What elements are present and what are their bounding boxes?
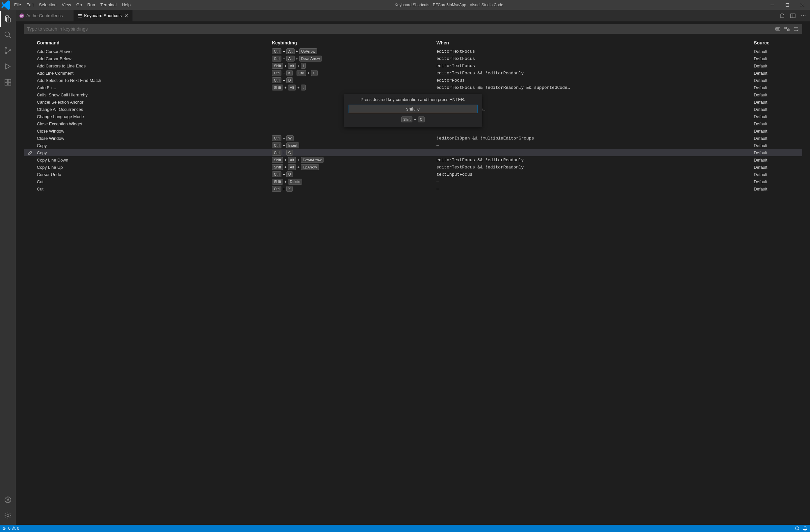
key: U bbox=[286, 171, 293, 177]
key: Ctrl bbox=[272, 143, 281, 148]
source-cell: Default bbox=[754, 165, 801, 170]
activity-bar bbox=[0, 10, 16, 525]
activity-extensions[interactable] bbox=[0, 74, 16, 90]
svg-text:C#: C# bbox=[20, 15, 24, 17]
table-header: Command Keybinding When Source bbox=[24, 38, 802, 48]
table-row[interactable]: Copy Line DownShift+Alt+DownArroweditorT… bbox=[24, 156, 802, 164]
tab-keyboard-shortcuts[interactable]: Keyboard Shortcuts bbox=[74, 10, 133, 21]
source-cell: Default bbox=[754, 85, 801, 90]
svg-rect-0 bbox=[786, 4, 789, 6]
menu-view[interactable]: View bbox=[59, 0, 74, 10]
key: UpArrow bbox=[299, 48, 317, 54]
menu-help[interactable]: Help bbox=[119, 0, 133, 10]
list-icon bbox=[77, 13, 82, 18]
menu-go[interactable]: Go bbox=[74, 0, 85, 10]
table-row[interactable]: Close WindowCtrl+W!editorIsOpen && !mult… bbox=[24, 135, 802, 142]
key: Shift bbox=[401, 116, 412, 122]
command-cell: Close Window bbox=[37, 136, 272, 141]
menu-file[interactable]: File bbox=[12, 0, 24, 10]
more-actions-icon[interactable] bbox=[800, 13, 807, 19]
command-cell: Cancel Selection Anchor bbox=[37, 100, 272, 105]
menu-edit[interactable]: Edit bbox=[24, 0, 36, 10]
table-row[interactable]: CutShift+Delete—Default bbox=[24, 178, 802, 185]
column-keybinding[interactable]: Keybinding bbox=[272, 40, 436, 45]
keybinding-cell: Ctrl+C bbox=[272, 150, 436, 155]
when-cell: editorTextFocus && !editorReadonly bbox=[436, 157, 754, 163]
close-tab-icon[interactable] bbox=[124, 13, 129, 18]
activity-explorer[interactable] bbox=[0, 11, 16, 27]
table-row[interactable]: Add Cursor AboveCtrl+Alt+UpArroweditorTe… bbox=[24, 48, 802, 55]
svg-rect-18 bbox=[775, 28, 780, 30]
svg-point-16 bbox=[803, 15, 804, 16]
keybinding-cell: Shift+Alt+UpArrow bbox=[272, 164, 436, 170]
keybinding-input[interactable] bbox=[349, 105, 477, 113]
open-keybindings-json-icon[interactable] bbox=[779, 13, 785, 19]
clear-search-icon[interactable] bbox=[793, 26, 799, 32]
key: DownArrow bbox=[299, 55, 322, 62]
key: Alt bbox=[286, 55, 295, 62]
status-problems[interactable]: 0 0 bbox=[3, 526, 19, 531]
table-row[interactable]: Close WindowDefault bbox=[24, 127, 802, 135]
split-editor-icon[interactable] bbox=[790, 13, 796, 19]
table-row[interactable]: Cursor UndoCtrl+UtextInputFocusDefault bbox=[24, 171, 802, 178]
command-cell: Cut bbox=[37, 179, 272, 184]
status-notifications-icon[interactable] bbox=[803, 526, 807, 531]
table-row[interactable]: CutCtrl+X—Default bbox=[24, 185, 802, 193]
activity-run-debug[interactable] bbox=[0, 59, 16, 74]
key: Ctrl bbox=[272, 171, 281, 177]
status-warnings-count: 0 bbox=[17, 526, 19, 531]
sort-precedence-icon[interactable] bbox=[784, 26, 790, 32]
when-cell: editorTextFocus && !editorReadonly bbox=[436, 165, 754, 170]
edit-icon[interactable] bbox=[24, 150, 37, 155]
activity-accounts[interactable] bbox=[0, 492, 16, 508]
statusbar: 0 0 bbox=[0, 525, 810, 532]
when-cell: s && !editorReadon… bbox=[436, 107, 754, 112]
activity-source-control[interactable] bbox=[0, 43, 16, 59]
activity-search[interactable] bbox=[0, 27, 16, 43]
command-cell: Auto Fix... bbox=[37, 85, 272, 90]
table-row[interactable]: CopyCtrl+C—Default bbox=[24, 149, 802, 156]
command-cell: Close Window bbox=[37, 129, 272, 134]
svg-rect-20 bbox=[787, 29, 789, 31]
table-row[interactable]: Add Cursors to Line EndsShift+Alt+Iedito… bbox=[24, 62, 802, 69]
column-command[interactable]: Command bbox=[37, 40, 272, 45]
menu-run[interactable]: Run bbox=[85, 0, 98, 10]
table-row[interactable]: Copy Line UpShift+Alt+UpArroweditorTextF… bbox=[24, 164, 802, 171]
activity-manage[interactable] bbox=[0, 508, 16, 523]
column-source[interactable]: Source bbox=[754, 40, 801, 45]
key: Shift bbox=[272, 164, 283, 170]
command-cell: Close Exception Widget bbox=[37, 121, 272, 126]
status-feedback-icon[interactable] bbox=[795, 526, 799, 531]
minimize-button[interactable] bbox=[765, 0, 780, 10]
when-cell: — bbox=[436, 143, 754, 148]
column-when[interactable]: When bbox=[436, 40, 754, 45]
source-cell: Default bbox=[754, 143, 801, 148]
table-row[interactable]: Auto Fix...Shift+Alt+.editorTextFocus &&… bbox=[24, 84, 802, 91]
titlebar: FileEditSelectionViewGoRunTerminalHelp K… bbox=[0, 0, 810, 10]
keybinding-cell: Ctrl+Alt+UpArrow bbox=[272, 48, 436, 54]
close-window-button[interactable] bbox=[795, 0, 810, 10]
maximize-button[interactable] bbox=[780, 0, 795, 10]
command-cell: Change Language Mode bbox=[37, 114, 272, 119]
table-row[interactable]: CopyCtrl+Insert—Default bbox=[24, 142, 802, 149]
table-row[interactable]: Add Line CommentCtrl+KCtrl+CeditorTextFo… bbox=[24, 69, 802, 77]
menu-selection[interactable]: Selection bbox=[36, 0, 59, 10]
menu-terminal[interactable]: Terminal bbox=[98, 0, 119, 10]
table-row[interactable]: Add Cursor BelowCtrl+Alt+DownArroweditor… bbox=[24, 55, 802, 62]
keybinding-cell: Ctrl+Alt+DownArrow bbox=[272, 55, 436, 62]
key: Ctrl bbox=[272, 55, 281, 62]
command-cell: Add Line Comment bbox=[37, 71, 272, 76]
record-keys-icon[interactable] bbox=[775, 26, 781, 32]
svg-rect-5 bbox=[5, 79, 7, 82]
svg-point-22 bbox=[795, 527, 799, 530]
search-input[interactable] bbox=[26, 26, 772, 32]
source-cell: Default bbox=[754, 100, 801, 105]
source-cell: Default bbox=[754, 172, 801, 177]
table-row[interactable]: Add Selection To Next Find MatchCtrl+Ded… bbox=[24, 77, 802, 84]
overlay-instruction: Press desired key combination and then p… bbox=[361, 97, 465, 102]
key: DownArrow bbox=[301, 157, 324, 163]
command-cell: Add Cursor Above bbox=[37, 49, 272, 54]
tab-authorcontroller-cs[interactable]: C#AuthorController.cs bbox=[16, 10, 74, 21]
source-cell: Default bbox=[754, 121, 801, 126]
key: Shift bbox=[272, 63, 283, 69]
